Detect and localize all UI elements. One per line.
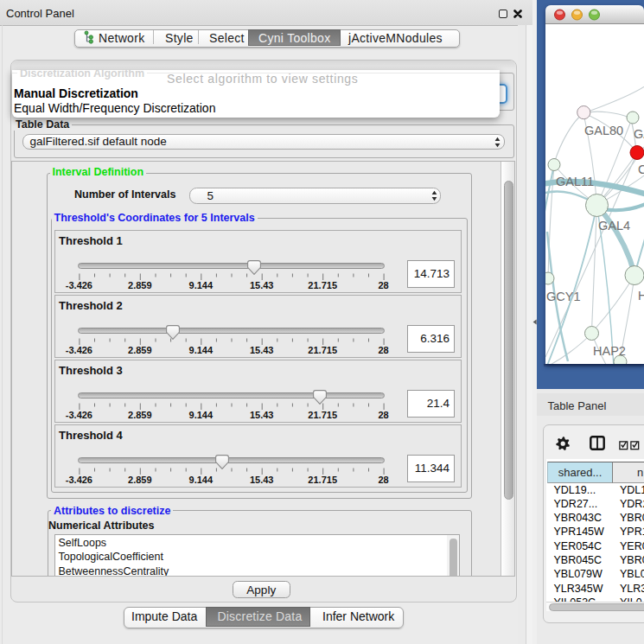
svg-text:GA: GA [634,127,644,141]
svg-text:GAL11: GAL11 [556,175,594,188]
svg-text:GAL80: GAL80 [584,124,623,137]
svg-text:GAL4: GAL4 [598,219,630,233]
svg-text:C: C [638,163,644,176]
svg-text:H: H [638,289,644,303]
svg-text:HAP2: HAP2 [593,344,626,358]
svg-text:GCY1: GCY1 [546,290,581,303]
